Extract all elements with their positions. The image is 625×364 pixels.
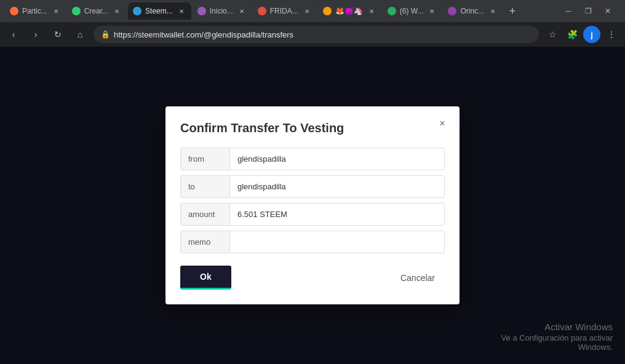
ok-button[interactable]: Ok [180, 266, 231, 290]
tab-bar: Partic... ✕ Crear... ✕ Steem... ✕ Inicio… [0, 0, 625, 22]
tab-4-label: Inicio... [210, 7, 233, 15]
watermark-subtitle: Ve a Configuración para activar [501, 333, 613, 342]
tab-8[interactable]: Orinc... ✕ [443, 2, 503, 20]
profile-avatar[interactable]: j [583, 26, 600, 43]
tab-4-favicon [197, 7, 206, 15]
tab-2-close[interactable]: ✕ [112, 6, 122, 16]
address-bar[interactable]: 🔒 https://steemitwallet.com/@glendispadi… [94, 26, 539, 43]
tab-6-label: 🦊😈🦄 [335, 7, 363, 15]
to-value: glendispadilla [230, 176, 444, 197]
dialog-title: Confirm Transfer To Vesting [180, 121, 445, 135]
dialog-actions: Ok Cancelar [180, 266, 445, 290]
new-tab-button[interactable]: + [504, 2, 521, 20]
close-window-button[interactable]: ✕ [600, 4, 615, 18]
refresh-button[interactable]: ↻ [49, 26, 66, 43]
page-content: Confirm Transfer To Vesting × from glend… [0, 47, 625, 364]
form-row-from: from glendispadilla [180, 148, 445, 170]
tab-3-favicon [133, 7, 141, 15]
cancel-button[interactable]: Cancelar [391, 267, 445, 289]
lock-icon: 🔒 [101, 30, 110, 39]
menu-icon[interactable]: ⋮ [603, 26, 620, 43]
tab-5-label: FRIDA... [270, 7, 298, 15]
tab-7[interactable]: (6) W... ✕ [383, 2, 442, 20]
form-row-amount: amount 6.501 STEEM [180, 203, 445, 226]
tab-7-close[interactable]: ✕ [427, 6, 437, 16]
windows-watermark: Activar Windows Ve a Configuración para … [501, 322, 613, 352]
amount-label: amount [181, 204, 230, 225]
address-text: https://steemitwallet.com/@glendispadill… [114, 30, 293, 39]
tab-1[interactable]: Partic... ✕ [5, 2, 66, 20]
tab-3[interactable]: Steem... ✕ [128, 2, 191, 20]
extension-icon[interactable]: 🧩 [563, 26, 581, 43]
forward-button[interactable]: › [27, 26, 44, 43]
tab-6[interactable]: 🦊😈🦄 ✕ [318, 2, 381, 20]
back-button[interactable]: ‹ [5, 26, 22, 43]
from-label: from [181, 148, 230, 170]
tab-6-favicon [323, 7, 332, 15]
watermark-title: Activar Windows [501, 322, 613, 332]
tab-6-close[interactable]: ✕ [367, 6, 376, 16]
bookmark-icon[interactable]: ☆ [544, 26, 561, 43]
tab-7-label: (6) W... [400, 7, 424, 15]
amount-value: 6.501 STEEM [230, 204, 444, 225]
to-label: to [181, 176, 230, 197]
confirm-transfer-dialog: Confirm Transfer To Vesting × from glend… [165, 106, 460, 304]
memo-value [230, 231, 444, 253]
tab-3-label: Steem... [145, 7, 173, 15]
from-value: glendispadilla [230, 148, 444, 170]
memo-label: memo [181, 231, 230, 253]
tab-3-close[interactable]: ✕ [177, 6, 186, 16]
home-button[interactable]: ⌂ [71, 26, 89, 43]
tab-2-label: Crear... [84, 7, 108, 15]
tab-1-label: Partic... [22, 7, 47, 15]
tab-1-close[interactable]: ✕ [51, 6, 61, 16]
browser-chrome: Partic... ✕ Crear... ✕ Steem... ✕ Inicio… [0, 0, 625, 47]
watermark-subtitle2: Windows. [501, 342, 613, 352]
modal-overlay: Confirm Transfer To Vesting × from glend… [0, 47, 625, 364]
tab-4-close[interactable]: ✕ [237, 6, 247, 16]
minimize-button[interactable]: ─ [561, 4, 576, 18]
tab-8-label: Orinc... [460, 7, 484, 15]
tab-5-favicon [258, 7, 266, 15]
tab-4[interactable]: Inicio... ✕ [193, 2, 252, 20]
restore-button[interactable]: ❐ [581, 4, 595, 18]
tab-5[interactable]: FRIDA... ✕ [253, 2, 317, 20]
form-row-memo: memo [180, 231, 445, 253]
form-row-to: to glendispadilla [180, 175, 445, 198]
tab-8-favicon [448, 7, 456, 15]
toolbar-icons: ☆ 🧩 j ⋮ [544, 26, 620, 43]
tab-1-favicon [10, 7, 18, 15]
tab-7-favicon [388, 7, 396, 15]
tab-2[interactable]: Crear... ✕ [67, 2, 127, 20]
address-bar-row: ‹ › ↻ ⌂ 🔒 https://steemitwallet.com/@gle… [0, 22, 625, 47]
tab-5-close[interactable]: ✕ [302, 6, 312, 16]
tab-2-favicon [72, 7, 81, 15]
window-controls: ─ ❐ ✕ [561, 4, 620, 18]
dialog-close-button[interactable]: × [435, 116, 450, 131]
tab-8-close[interactable]: ✕ [488, 6, 498, 16]
